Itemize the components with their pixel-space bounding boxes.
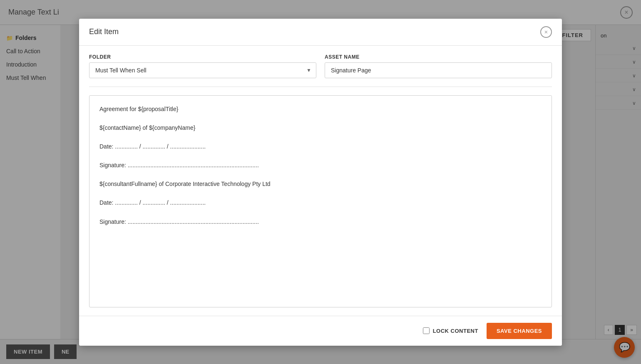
modal-divider: [89, 87, 552, 87]
folder-select-wrapper: Must Tell When Sell Call to Action Intro…: [89, 62, 316, 78]
lock-content-wrapper: LOCK CONTENT: [423, 327, 478, 334]
save-changes-button[interactable]: SAVE CHANGES: [487, 323, 552, 339]
folder-group: FOLDER Must Tell When Sell Call to Actio…: [89, 54, 316, 78]
lock-content-checkbox[interactable]: [423, 327, 430, 334]
asset-name-group: ASSET NAME: [325, 54, 552, 78]
modal-footer: LOCK CONTENT SAVE CHANGES: [79, 316, 562, 346]
content-line-3: Date: .............. / .............. / …: [99, 141, 542, 152]
content-editor: Agreement for ${proposalTitle} ${contact…: [89, 95, 552, 307]
content-area[interactable]: Agreement for ${proposalTitle} ${contact…: [89, 96, 552, 307]
lock-content-label: LOCK CONTENT: [433, 328, 478, 334]
content-line-4: Signature: .............................…: [99, 160, 542, 171]
content-line-7: Signature: .............................…: [99, 217, 542, 227]
modal-header: Edit Item ×: [79, 19, 562, 46]
content-line-2: ${contactName} of ${companyName}: [99, 123, 542, 133]
asset-name-input[interactable]: [325, 62, 552, 78]
asset-name-label: ASSET NAME: [325, 54, 552, 60]
modal-overlay: Edit Item × FOLDER Must Tell When Sell C…: [0, 0, 641, 364]
content-line-5: ${consultantFullname} of Corporate Inter…: [99, 179, 542, 189]
content-line-1: Agreement for ${proposalTitle}: [99, 104, 542, 114]
modal-body: FOLDER Must Tell When Sell Call to Actio…: [79, 46, 562, 316]
modal-close-button[interactable]: ×: [540, 26, 552, 38]
edit-item-modal: Edit Item × FOLDER Must Tell When Sell C…: [79, 19, 562, 346]
form-row: FOLDER Must Tell When Sell Call to Actio…: [89, 54, 552, 78]
folder-label: FOLDER: [89, 54, 316, 60]
content-line-6: Date: .............. / .............. / …: [99, 198, 542, 208]
modal-title: Edit Item: [89, 27, 119, 36]
folder-select[interactable]: Must Tell When Sell Call to Action Intro…: [89, 62, 316, 78]
